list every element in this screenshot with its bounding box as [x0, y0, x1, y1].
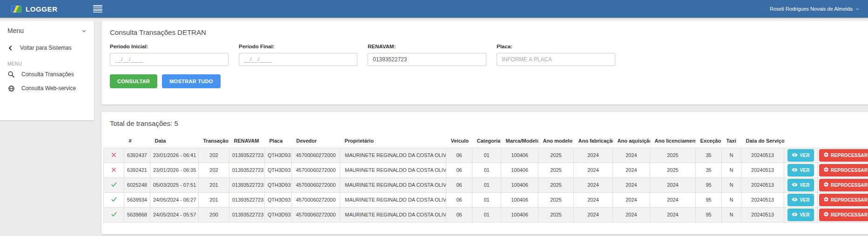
cell-taxi: N [722, 192, 741, 207]
cell-placa: QTH3D93 [265, 163, 292, 177]
cell-ano-aquisicao: 2024 [613, 207, 650, 222]
cell-excecao: 95 [696, 207, 722, 222]
cell-excecao: 95 [696, 192, 722, 207]
periodo-inicial-field: Período Inicial: [110, 44, 229, 66]
cell-categoria: 01 [472, 177, 501, 192]
cell-data-servico: 20240513 [741, 163, 784, 177]
sidebar-nav: Consulta TransaçõesConsulta Web-service [0, 67, 94, 95]
cell-devedor: 45700060272000 [292, 148, 340, 163]
cell-veiculo: 06 [446, 148, 472, 163]
user-name: Roseli Rodrigues Novais de Almeida [770, 6, 853, 12]
ver-button[interactable]: VER [787, 164, 814, 177]
brand-name: LOGGER [26, 5, 58, 13]
cell-taxi: N [722, 163, 741, 177]
cell-categoria: 01 [472, 148, 501, 163]
cell-excecao: 35 [696, 163, 722, 177]
cell-placa: QTH3D93 [265, 148, 292, 163]
cell-ano-fabricacao: 2024 [574, 177, 613, 192]
sidebar-menu-header[interactable]: Menu [0, 21, 94, 39]
results-card: Total de transações: 5 #DataTransaçãoREN… [101, 112, 868, 234]
column-header: Transação [199, 134, 229, 148]
cell-veiculo: 06 [446, 192, 472, 207]
eye-icon [792, 167, 798, 174]
cell-data-servico: 20240513 [741, 148, 784, 163]
cell-renavam: 01393522723 [229, 177, 265, 192]
reprocessar-button[interactable]: REPROCESSAR [819, 149, 868, 162]
ver-button[interactable]: VER [787, 179, 814, 191]
globe-icon [7, 85, 15, 92]
cell-placa: QTH3D93 [265, 192, 292, 207]
user-dropdown[interactable]: Roseli Rodrigues Novais de Almeida [770, 6, 861, 12]
cell-transacao: 202 [199, 148, 229, 163]
periodo-final-label: Período Final: [239, 44, 357, 49]
cell-ano-aquisicao: 2024 [613, 148, 650, 163]
cell-ano-aquisicao: 2024 [613, 192, 650, 207]
column-header: Categoria [472, 134, 501, 148]
cell-placa: QTH3D93 [265, 177, 292, 192]
cell-data: 24/05/2024 - 05:57 [150, 207, 199, 222]
periodo-inicial-input[interactable] [110, 53, 229, 66]
column-header: # [124, 134, 150, 148]
status-cell [104, 192, 124, 207]
cell-ano-licenciamento: 2025 [650, 163, 696, 177]
placa-input[interactable] [497, 53, 615, 66]
gear-icon [823, 182, 829, 188]
column-header: Exceção [696, 134, 722, 148]
column-header: Proprietário [340, 134, 446, 148]
column-header: Veículo [446, 134, 472, 148]
reprocessar-cell: REPROCESSAR [818, 192, 868, 207]
reprocessar-cell: REPROCESSAR [818, 207, 868, 222]
cell-transacao: 201 [199, 192, 229, 207]
periodo-final-input[interactable] [239, 53, 357, 66]
sidebar-item-consulta-web-service[interactable]: Consulta Web-service [0, 81, 94, 95]
transactions-tbody: 639243723/01/2026 - 06:4120201393522723Q… [104, 148, 868, 222]
check-icon [111, 213, 117, 218]
cell-marca-modelo: 100406 [501, 192, 538, 207]
cell-categoria: 01 [472, 207, 501, 222]
x-icon [111, 153, 117, 159]
app-brand: LOGGER [11, 5, 58, 13]
column-header: Ano modelo [538, 134, 574, 148]
ver-button[interactable]: VER [787, 209, 814, 221]
cell-renavam: 01393522723 [229, 192, 265, 207]
sidebar-item-label: Consulta Transações [21, 71, 74, 78]
cell-taxi: N [722, 148, 741, 163]
search-fields: Período Inicial: Período Final: RENAVAM:… [110, 44, 866, 66]
periodo-final-field: Período Final: [239, 44, 357, 66]
cell-ano-modelo: 2025 [538, 163, 574, 177]
reprocessar-button[interactable]: REPROCESSAR [819, 209, 868, 221]
cell-categoria: 01 [472, 163, 501, 177]
renavam-input[interactable] [368, 53, 486, 66]
column-header: Placa [265, 134, 292, 148]
reprocessar-button[interactable]: REPROCESSAR [819, 164, 868, 177]
gear-icon [823, 152, 829, 158]
reprocessar-button[interactable]: REPROCESSAR [819, 179, 868, 191]
column-header: Ano licenciamento [650, 134, 696, 148]
cell-ano-licenciamento: 2024 [650, 207, 696, 222]
cell-renavam: 01393522723 [229, 148, 265, 163]
back-to-systems-link[interactable]: Voltar para Sistemas [0, 39, 94, 57]
cell-veiculo: 06 [446, 163, 472, 177]
sidebar: Menu Voltar para Sistemas MENU Consulta … [0, 21, 94, 120]
cell-ano-modelo: 2025 [538, 148, 574, 163]
consultar-button[interactable]: CONSULTAR [110, 74, 157, 88]
gear-icon [823, 167, 829, 173]
cell-ano-modelo: 2025 [538, 207, 574, 222]
cell-ano-aquisicao: 2024 [613, 163, 650, 177]
sidebar-item-consulta-transacoes[interactable]: Consulta Transações [0, 67, 94, 81]
column-header: RENAVAM [229, 134, 265, 148]
column-header: Ano aquisição [613, 134, 650, 148]
reprocessar-button[interactable]: REPROCESSAR [819, 194, 868, 206]
ver-button[interactable]: VER [787, 194, 814, 206]
column-header [784, 134, 818, 148]
hamburger-menu-icon[interactable] [91, 3, 104, 14]
cell-ano-fabricacao: 2024 [574, 207, 613, 222]
ver-button[interactable]: VER [787, 149, 814, 162]
cell-data: 24/05/2024 - 06:27 [150, 192, 199, 207]
cell-ano-licenciamento: 2024 [650, 177, 696, 192]
reprocessar-cell: REPROCESSAR [818, 148, 868, 163]
mostrar-tudo-button[interactable]: MOSTRAR TUDO [162, 74, 220, 88]
status-cell [104, 207, 124, 222]
renavam-field: RENAVAM: [368, 44, 486, 66]
cell-transacao: 202 [199, 163, 229, 177]
